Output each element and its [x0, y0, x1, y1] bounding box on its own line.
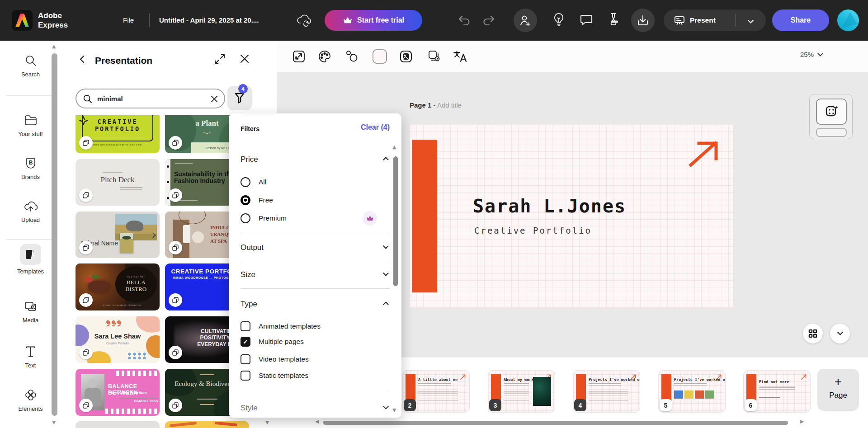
add-page-button[interactable]: + Page	[817, 369, 859, 411]
tree-photo	[120, 233, 133, 253]
current-page-card	[816, 99, 847, 125]
present-options-chevron[interactable]	[736, 19, 766, 23]
multipage-icon	[169, 346, 182, 359]
page-thumbnail-4[interactable]: Projects I've worked on 4	[573, 371, 640, 412]
clear-search-icon[interactable]	[210, 95, 218, 103]
slide-page-1[interactable]: Sarah L.Jones Creative Portfolio	[410, 124, 733, 308]
filter-scroll-down-arrow[interactable]: ▼	[392, 407, 396, 413]
price-section-header[interactable]: Price	[241, 155, 390, 164]
document-title[interactable]: Untitled - April 29, 2025 at 20....	[159, 16, 295, 24]
template-thumbnail[interactable]: CREATIVE PORTFOLIO www.priyachopracreati…	[75, 115, 160, 153]
download-icon[interactable]	[631, 9, 655, 32]
translate-icon[interactable]	[452, 48, 468, 65]
present-button[interactable]: Present	[664, 9, 766, 31]
thumb-image-row	[674, 390, 714, 399]
style-section-header[interactable]: Style	[241, 404, 390, 413]
chevron-down-icon	[383, 270, 389, 276]
radio-free[interactable]	[241, 195, 250, 205]
multipage-icon	[79, 241, 93, 254]
page-thumbnail-5[interactable]: Projects I've worked on 5	[659, 371, 725, 412]
slide-arrow-graphic[interactable]	[687, 140, 721, 168]
output-section-header[interactable]: Output	[241, 243, 390, 252]
page-title-placeholder[interactable]: Add title	[437, 101, 462, 109]
slide-title-text[interactable]: Sarah L.Jones	[473, 196, 626, 216]
scroll-down-arrow[interactable]: ▼	[52, 419, 56, 425]
theme-palette-icon[interactable]	[316, 48, 333, 65]
strip-scroll-left-arrow[interactable]: ◀	[315, 419, 319, 424]
type-section-header[interactable]: Type	[241, 300, 390, 309]
animate-icon[interactable]	[344, 48, 360, 65]
template-thumbnail[interactable]	[165, 421, 249, 428]
start-free-trial-button[interactable]: Start free trial	[325, 10, 422, 31]
multipage-icon	[169, 399, 182, 412]
grid-view-button[interactable]	[803, 324, 823, 343]
templates-icon	[20, 244, 41, 265]
collapse-strip-button[interactable]	[830, 324, 850, 343]
checkbox-multiple-pages[interactable]: ✓	[241, 337, 250, 347]
zoom-control[interactable]: 25%	[800, 51, 822, 58]
clear-filters-link[interactable]: Clear (4)	[361, 123, 390, 132]
checkbox-video-templates[interactable]	[241, 354, 250, 364]
add-collaborator-icon[interactable]	[514, 9, 537, 32]
divider	[241, 261, 390, 261]
panel-scroll-down-arrow[interactable]: ▼	[265, 419, 269, 425]
redo-icon[interactable]	[482, 14, 495, 28]
caption-lines	[197, 399, 217, 400]
file-menu[interactable]: File	[123, 16, 134, 24]
size-section-header[interactable]: Size	[241, 270, 390, 279]
horizontal-scrollbar-thumb[interactable]	[323, 421, 788, 425]
share-button[interactable]: Share	[772, 9, 829, 31]
page-thumbnail-2[interactable]: A little about me 2	[403, 371, 469, 412]
present-screen-icon	[674, 15, 685, 26]
template-thumbnail[interactable]: Sara Lee Shaw Creative Portfolio	[75, 316, 160, 363]
expand-panel-icon[interactable]	[214, 53, 226, 67]
strip-scroll-right-arrow[interactable]: ▶	[800, 419, 804, 424]
avatar[interactable]	[837, 9, 859, 31]
squiggle	[215, 422, 237, 426]
next-page-card-edge	[816, 128, 847, 137]
squiggle	[170, 422, 197, 427]
checkbox-animated-templates[interactable]	[241, 321, 250, 331]
comment-icon[interactable]	[580, 14, 593, 28]
page-header[interactable]: Page 1 - Add title	[410, 101, 462, 109]
template-thumbnail[interactable]	[75, 421, 160, 428]
resize-icon[interactable]	[291, 48, 307, 65]
filter-scroll-up-arrow[interactable]: ▲	[392, 144, 396, 150]
template-thumbnail[interactable]: Pitch Deck	[75, 159, 160, 206]
close-panel-icon[interactable]	[239, 53, 250, 66]
vertical-scrollbar-thumb[interactable]	[52, 53, 57, 416]
background-color-swatch[interactable]	[372, 48, 388, 65]
multipage-icon	[79, 136, 93, 150]
adobe-a-glyph	[14, 13, 30, 28]
thumb-subtitle-lines	[759, 386, 795, 390]
beaker-icon[interactable]	[608, 12, 619, 28]
checkbox-static-templates[interactable]	[241, 371, 250, 381]
undo-icon[interactable]	[458, 14, 471, 28]
duplicate-pages-icon[interactable]	[425, 48, 441, 65]
sparkle-icon	[79, 116, 88, 125]
search-input[interactable]	[97, 91, 201, 106]
media-frame-icon[interactable]	[398, 48, 414, 65]
template-thumbnail[interactable]: Animal Name	[75, 212, 160, 258]
thumb-link-line	[759, 397, 780, 399]
page-thumbnail-3[interactable]: About my work 3	[488, 371, 555, 412]
page-navigator-widget[interactable]	[809, 94, 853, 139]
chevron-up-icon	[383, 157, 389, 163]
cloud-sync-icon[interactable]	[296, 13, 311, 29]
lightbulb-icon[interactable]	[552, 12, 565, 29]
back-chevron-icon[interactable]	[77, 54, 87, 66]
slide-accent-bar[interactable]	[412, 140, 437, 292]
page-thumbnail-6[interactable]: Find out more 6	[744, 371, 810, 412]
filter-scrollbar-thumb[interactable]	[393, 156, 398, 286]
rule	[200, 374, 214, 375]
adobe-express-logo-icon[interactable]	[12, 10, 33, 31]
multipage-icon	[169, 293, 182, 307]
slide-subtitle-text[interactable]: Creative Portfolio	[474, 226, 592, 235]
face	[88, 379, 97, 388]
radio-premium[interactable]	[241, 213, 250, 223]
template-thumbnail[interactable]: BALANCE BETWEEN Fitness And Nutrition Is…	[75, 369, 160, 416]
scroll-up-arrow[interactable]: ▲	[52, 43, 56, 49]
template-search-field[interactable]	[75, 89, 225, 108]
template-thumbnail[interactable]: RESTAURANT BELLA BISTRO SAVOR THE ITALIA…	[75, 263, 160, 310]
radio-all[interactable]	[241, 177, 250, 187]
